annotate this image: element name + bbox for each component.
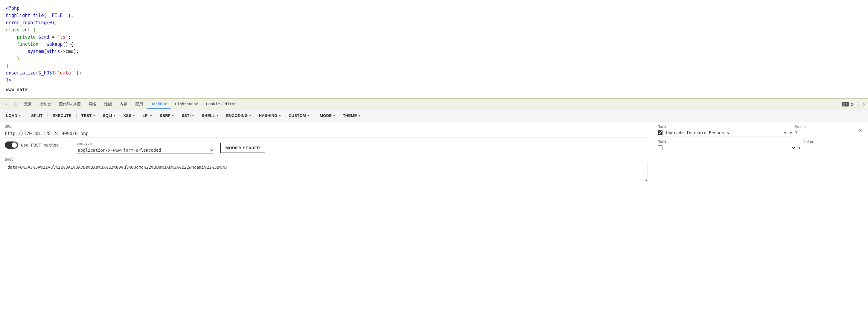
header-value-col-2: Value [803,140,863,151]
header-value-input-2[interactable] [803,145,863,151]
tab-cookie-editor[interactable]: Cookie-Editor [203,100,240,109]
tab-application[interactable]: 应用 [132,100,147,109]
lfi-chevron: ▼ [150,114,153,117]
code-line-5: private $cmd = 'ls'; [6,33,862,41]
custom-button[interactable]: CUSTOM ▼ [286,112,313,119]
toolbar-divider-4 [315,113,315,119]
load-button[interactable]: LOAD ▼ [3,112,24,119]
enctype-section: enctype application/x-www-form-urlencode… [76,142,214,154]
tab-elements[interactable]: 元素 [20,100,35,109]
headers-panel: Name Upgrade-Insecure-Requests ▼ Value ×… [653,121,868,185]
code-line-7: system($this->cmd); [6,48,862,55]
ssti-chevron: ▼ [191,114,194,117]
header-close-btn-1[interactable]: × [858,128,863,133]
mode-chevron: ▼ [333,114,336,117]
hackbar-bottom: URL Use POST method enctype application/… [0,121,868,185]
xss-chevron: ▼ [132,114,135,117]
xss-button[interactable]: XSS ▼ [120,112,138,119]
hashing-chevron: ▼ [278,114,281,117]
code-line-4: class vul { [6,26,862,33]
devtools-badge: □1 [842,102,848,107]
header-value-label: Value [795,125,855,129]
url-input[interactable] [5,130,648,138]
toolbar-divider-3 [76,113,76,119]
ssti-button[interactable]: SSTI ▼ [179,112,197,119]
body-label: Body [5,157,648,161]
load-chevron: ▼ [18,114,21,117]
code-output: www-data [6,86,862,93]
header-checkbox-2[interactable] [658,145,662,150]
devtools-bar: ⚡ ⬜ 元素 控制台 源代码/来源 网络 性能 内存 应用 HackBar Li… [0,99,868,110]
devtools-close-icon[interactable]: ✕ [863,101,866,107]
devtools-cursor-icon[interactable]: ⚡ [2,100,9,108]
custom-chevron: ▼ [307,114,310,117]
header-name-label-2: Name [658,140,800,144]
ssrf-chevron: ▼ [172,114,175,117]
options-row: Use POST method enctype application/x-ww… [5,142,648,154]
header-name-col-1: Name Upgrade-Insecure-Requests ▼ [658,124,792,137]
tab-performance[interactable]: 性能 [100,100,116,109]
hackbar-content: URL Use POST method enctype application/… [0,121,653,185]
enctype-select[interactable]: application/x-www-form-urlencoded multip… [76,147,214,153]
body-textarea[interactable]: data=0%3A3%3A%22vul%22%3A1%3A7Bs%3A8%3A%… [5,163,648,181]
header-name-label: Name [658,124,792,129]
header-value-label-2: Value [803,140,863,144]
enctype-label: enctype [76,142,214,146]
execute-button[interactable]: EXECUTE [50,112,75,119]
split-button[interactable]: SPLIT [28,112,45,119]
header-row-2: Name ▼ Value [658,140,863,151]
hackbar-left-panel: URL Use POST method enctype application/… [0,121,653,185]
header-name-wrapper-2: ▼ [658,145,800,151]
body-section: Body data=0%3A3%3A%22vul%22%3A1%3A7Bs%3A… [5,157,648,182]
tab-hackbar[interactable]: HackBar [147,100,171,109]
header-name-select-2[interactable] [665,145,796,150]
test-chevron: ▼ [93,114,96,117]
hashing-button[interactable]: HASHING ▼ [256,112,284,119]
toolbar-divider-2 [48,113,48,119]
mode-button[interactable]: MODE ▼ [317,112,339,119]
code-line-9: } [6,62,862,69]
theme-button[interactable]: THEME ▼ [340,112,364,119]
url-label: URL [5,124,648,129]
code-line-2: highlight_file(__FILE__); [6,12,862,19]
devtools-more-icon[interactable]: ⋮ [856,101,861,108]
test-button[interactable]: TEST ▼ [79,112,99,119]
post-method-label: Use POST method [21,143,59,147]
devtools-inspector-icon[interactable]: ⬜ [10,100,20,108]
shell-chevron: ▼ [216,114,219,117]
ssrf-button[interactable]: SSRF ▼ [157,112,177,119]
devtools-gear-icon[interactable]: ⚙ [851,101,854,108]
code-display: <?php highlight_file(__FILE__); error_re… [0,0,868,99]
tab-sources[interactable]: 源代码/来源 [55,100,84,109]
tab-network[interactable]: 网络 [85,100,100,109]
tab-lighthouse[interactable]: Lighthouse [171,100,202,109]
header-name-select-1[interactable]: Upgrade-Insecure-Requests [665,130,787,135]
post-method-toggle[interactable] [5,142,18,149]
header-name-wrapper-1: Upgrade-Insecure-Requests ▼ [658,129,792,137]
tab-console[interactable]: 控制台 [36,100,55,109]
url-section: URL [5,124,648,138]
header-checkbox-1[interactable] [658,130,662,135]
encoding-button[interactable]: ENCODING ▼ [223,112,255,119]
header-row-1: Name Upgrade-Insecure-Requests ▼ Value × [658,124,863,137]
modify-header-button[interactable]: MODIFY HEADER [220,143,265,153]
header-select-arrow-1: ▼ [790,131,792,135]
code-line-6: function __wakeup() { [6,41,862,48]
hackbar-toolbar: LOAD ▼ SPLIT EXECUTE TEST ▼ SQLI ▼ XSS ▼… [0,110,868,121]
shell-button[interactable]: SHELL ▼ [199,112,222,119]
lfi-button[interactable]: LFI ▼ [140,112,156,119]
code-line-8: } [6,55,862,62]
enctype-select-wrapper: application/x-www-form-urlencoded multip… [76,147,214,154]
header-select-arrow-2: ▼ [798,146,800,150]
code-line-11: ?> [6,77,862,84]
tab-memory[interactable]: 内存 [116,100,131,109]
encoding-chevron: ▼ [249,114,252,117]
code-line-1: <?php [6,5,862,12]
header-value-input-1[interactable] [795,130,855,136]
code-line-3: error_reporting(0); [6,19,862,26]
post-toggle-section: Use POST method [5,142,70,149]
toolbar-divider-1 [26,113,26,119]
sqli-button[interactable]: SQLI ▼ [100,112,119,119]
header-name-col-2: Name ▼ [658,140,800,151]
sqli-chevron: ▼ [113,114,116,117]
